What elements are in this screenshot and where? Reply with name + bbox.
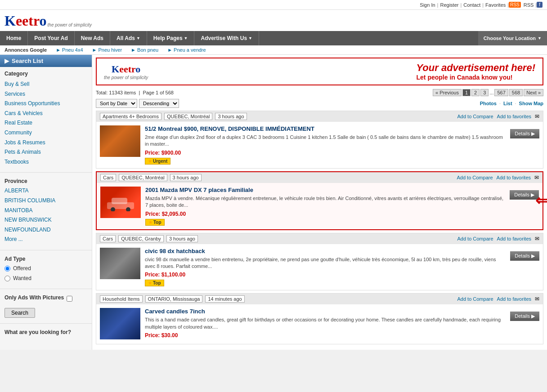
pneu-4x4-link[interactable]: ► Pneu 4x4	[56, 47, 83, 53]
view-options: Photos · List · Show Map	[480, 101, 543, 106]
rss-link[interactable]: RSS	[524, 2, 534, 8]
annonces-label: Annonces Google	[4, 47, 47, 53]
add-to-compare-link[interactable]: Add to Compare	[457, 175, 493, 180]
sort-controls: Sort by Date Descending	[96, 99, 179, 108]
pictures-checkbox[interactable]	[67, 296, 72, 302]
banner-tagline: the power of simplicity	[104, 75, 148, 80]
contact-link[interactable]: Contact	[463, 2, 480, 8]
category-label: Category	[4, 71, 87, 77]
page-567-btn[interactable]: 567	[494, 89, 508, 96]
sidebar-item-nb[interactable]: NEW BRUNSWICK	[4, 215, 87, 225]
add-to-compare-link[interactable]: Add to Compare	[457, 296, 493, 302]
sidebar-item-cars-vehicles[interactable]: Cars & Vehicles	[4, 109, 87, 119]
facebook-icon[interactable]: f	[537, 2, 543, 8]
listing-title[interactable]: civic 98 dx hatchback	[145, 248, 506, 254]
register-link[interactable]: Register	[440, 2, 458, 8]
sidebar-item-alberta[interactable]: ALBERTA	[4, 186, 87, 196]
sidebar-item-community[interactable]: Community	[4, 128, 87, 138]
add-to-compare-link[interactable]: Add to Compare	[457, 114, 493, 119]
sidebar-item-services[interactable]: Services	[4, 89, 87, 99]
pneu-vendre-link[interactable]: ► Pneu a vendre	[167, 47, 206, 53]
sort-by-select[interactable]: Sort by Date	[96, 99, 137, 108]
listing-body: 2001 Mazda MPV DX 7 places Familiale Maz…	[97, 183, 543, 229]
sidebar-item-real-estate[interactable]: Real Estate	[4, 118, 87, 128]
details-button[interactable]: Details ▶	[510, 251, 539, 261]
sidebar: ▶ Search List Category Buy & Sell Servic…	[0, 55, 92, 350]
listing-location-tag: QUEBEC, Montréal	[164, 113, 212, 120]
all-ads-dropdown-icon: ▼	[136, 36, 140, 40]
mail-icon: ✉	[535, 236, 539, 242]
add-to-favorites-link[interactable]: Add to favorites	[497, 236, 531, 241]
sidebar-item-manitoba[interactable]: MANITOBA	[4, 206, 87, 216]
listing-time-tag: 3 hours ago	[170, 174, 202, 181]
banner-text: Your advertisement here! Let people in C…	[417, 62, 536, 81]
nav-all-ads[interactable]: All Ads▼	[110, 31, 147, 45]
search-button[interactable]: Search	[4, 308, 35, 318]
listing-desc: This is a hand made carved candles, grea…	[145, 316, 506, 330]
details-button[interactable]: Details ▶	[510, 129, 539, 138]
view-map-btn[interactable]: Show Map	[519, 101, 543, 106]
add-to-favorites-link[interactable]: Add to favorites	[497, 175, 531, 180]
listing-title[interactable]: 2001 Mazda MPV DX 7 places Familiale	[145, 187, 505, 193]
next-page-btn[interactable]: Next »	[524, 89, 543, 96]
category-section: Category Buy & Sell Services Business Op…	[0, 67, 92, 170]
choose-location-button[interactable]: Choose Your Location ▼	[478, 31, 547, 45]
listing-location-tag: QUEBEC, Granby	[118, 235, 164, 242]
listing-actions: Add to Compare Add to favorites ✉	[457, 236, 539, 242]
nav-help-pages[interactable]: Help Pages▼	[147, 31, 195, 45]
add-to-favorites-link[interactable]: Add to favorites	[497, 296, 531, 302]
province-more-link[interactable]: More ...	[4, 235, 87, 245]
wanted-radio[interactable]	[4, 276, 10, 281]
nav-post-ad[interactable]: Post Your Ad	[28, 31, 74, 45]
add-to-compare-link[interactable]: Add to Compare	[457, 236, 493, 241]
details-button[interactable]: Details ▶	[510, 190, 539, 200]
listing-category-tag: Apartments 4+ Bedrooms	[100, 113, 161, 120]
favorites-link[interactable]: Favorites	[485, 2, 506, 8]
sidebar-item-buy-sell[interactable]: Buy & Sell	[4, 80, 87, 89]
listing-price: Price: $1,100.00	[145, 272, 506, 278]
sidebar-item-newfoundland[interactable]: NEWFOUNDLAND	[4, 225, 87, 235]
prev-page-btn[interactable]: « Previous	[433, 89, 462, 96]
view-photos-btn[interactable]: Photos	[480, 101, 497, 106]
sidebar-item-textbooks[interactable]: Textbooks	[4, 157, 87, 167]
page-1-btn[interactable]: 1	[462, 89, 471, 96]
sort-order-select[interactable]: Descending	[139, 99, 179, 108]
highlight-arrow-icon: ⟸	[535, 192, 547, 209]
sidebar-item-jobs[interactable]: Jobs & Resumes	[4, 138, 87, 148]
view-list-btn[interactable]: List	[503, 101, 512, 106]
pneu-hiver-link[interactable]: ► Pneu hiver	[92, 47, 122, 53]
logo-tagline: the power of simplicity	[48, 22, 92, 27]
banner-subline: Let people in Canada know you!	[417, 74, 536, 81]
page-568-btn[interactable]: 568	[509, 89, 523, 96]
sidebar-divider-4	[0, 323, 92, 324]
sidebar-item-bc[interactable]: BRITISH COLUMBIA	[4, 196, 87, 206]
add-to-favorites-link[interactable]: Add to favorites	[497, 114, 531, 119]
nav-new-ads[interactable]: New Ads	[75, 31, 110, 45]
province-label: Province	[4, 178, 87, 184]
mail-icon: ✉	[534, 174, 539, 181]
pagination: « Previous 1 2 3 ... 567 568 Next »	[433, 89, 543, 96]
top-bar: Sign In | Register | Contact | Favorites…	[0, 0, 547, 10]
listing-body: civic 98 dx hatchback civic 98 dx manuel…	[96, 244, 543, 290]
listing-title[interactable]: Carved candles 7inch	[145, 308, 506, 315]
listing-time-tag: 3 hours ago	[215, 113, 247, 120]
listing-badge: ★Urgent	[145, 158, 170, 165]
bon-pneu-link[interactable]: ► Bon pneu	[131, 47, 158, 53]
nav-home[interactable]: Home	[0, 31, 28, 45]
signin-link[interactable]: Sign In	[420, 2, 435, 8]
sidebar-item-business[interactable]: Business Opportunities	[4, 99, 87, 109]
details-button[interactable]: Details ▶	[510, 312, 539, 321]
listing-thumbnail	[100, 248, 140, 279]
page-3-btn[interactable]: 3	[480, 89, 489, 96]
listing-title[interactable]: 51/2 Montreal $900, RENOVE, DISPONIBLE I…	[145, 125, 506, 132]
listing-category-tag: Household Items	[100, 295, 143, 303]
offered-radio[interactable]	[4, 266, 10, 272]
nav-advertise[interactable]: Advertise With Us▼	[194, 31, 259, 45]
listing-item: Household Items ONTARIO, Mississauga 14 …	[96, 293, 543, 344]
sidebar-item-pets[interactable]: Pets & Animals	[4, 147, 87, 157]
listing-category-tag: Cars	[100, 235, 116, 242]
listing-info: civic 98 dx hatchback civic 98 dx manuel…	[145, 248, 506, 287]
ad-type-wanted: Wanted	[4, 274, 87, 284]
ad-type-offered: Offered	[4, 264, 87, 274]
page-2-btn[interactable]: 2	[471, 89, 480, 96]
